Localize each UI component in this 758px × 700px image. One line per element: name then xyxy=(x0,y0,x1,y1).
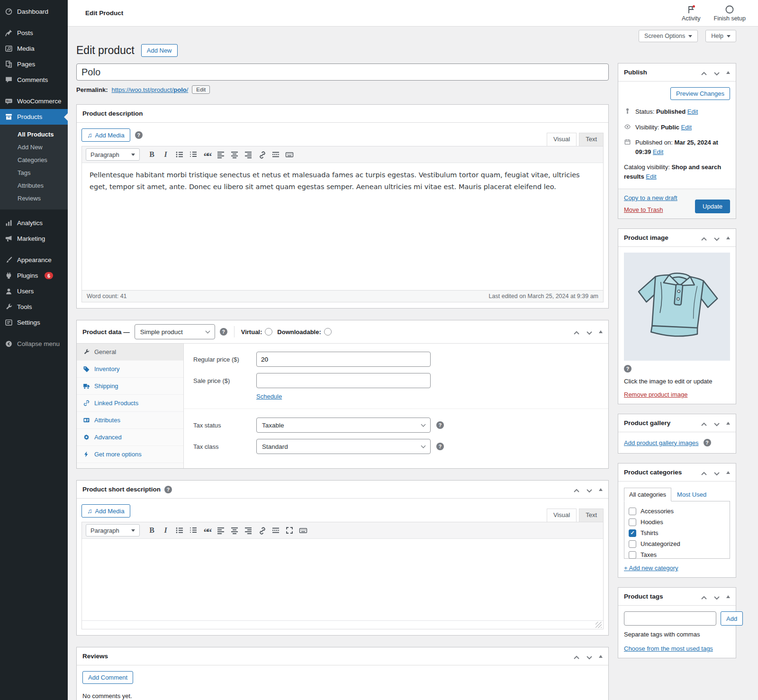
fullscreen-button[interactable] xyxy=(283,525,296,536)
submenu-all-products[interactable]: All Products xyxy=(0,128,68,141)
move-down-icon[interactable] xyxy=(586,487,593,492)
sidebar-item-plugins[interactable]: Plugins 6 xyxy=(0,268,68,283)
virtual-checkbox[interactable] xyxy=(265,328,272,336)
edit-catalog-link[interactable]: Edit xyxy=(646,173,656,180)
permalink-link[interactable]: https://woo.tst/product/polo/ xyxy=(111,86,188,93)
short-description-editor-area[interactable] xyxy=(82,539,603,620)
italic-button[interactable] xyxy=(159,525,172,536)
sidebar-item-analytics[interactable]: Analytics xyxy=(0,215,68,231)
move-down-icon[interactable] xyxy=(713,470,720,475)
product-image-thumbnail[interactable] xyxy=(624,253,730,361)
sidebar-item-comments[interactable]: Comments xyxy=(0,72,68,88)
add-media-button[interactable]: Add Media xyxy=(81,504,130,518)
permalink-edit-button[interactable]: Edit xyxy=(192,85,210,94)
blockquote-button[interactable] xyxy=(200,149,213,160)
submenu-categories[interactable]: Categories xyxy=(0,154,68,166)
tab-advanced[interactable]: Advanced xyxy=(77,429,183,446)
help-icon[interactable] xyxy=(135,131,143,139)
edit-visibility-link[interactable]: Edit xyxy=(681,124,692,131)
move-down-icon[interactable] xyxy=(713,421,720,426)
numbered-list-button[interactable] xyxy=(187,525,199,536)
finish-setup-button[interactable]: Finish setup xyxy=(714,5,746,22)
text-tab[interactable]: Text xyxy=(579,509,604,522)
move-up-icon[interactable] xyxy=(701,236,707,240)
product-type-select[interactable]: Simple product xyxy=(135,324,215,339)
collapse-toggle-icon[interactable] xyxy=(726,595,730,598)
help-icon[interactable] xyxy=(436,443,444,450)
link-button[interactable] xyxy=(255,525,268,536)
add-media-button[interactable]: Add Media xyxy=(81,128,130,142)
sidebar-item-settings[interactable]: Settings xyxy=(0,315,68,330)
add-comment-button[interactable]: Add Comment xyxy=(82,671,133,684)
category-checkbox[interactable] xyxy=(629,518,636,526)
tab-linked-products[interactable]: Linked Products xyxy=(77,395,183,412)
tax-class-select[interactable]: Standard xyxy=(256,439,431,454)
align-right-button[interactable] xyxy=(242,525,254,536)
category-checkbox[interactable] xyxy=(629,551,636,559)
help-icon[interactable] xyxy=(624,365,632,373)
sidebar-item-posts[interactable]: Posts xyxy=(0,25,68,41)
tags-input[interactable] xyxy=(624,611,716,626)
collapse-toggle-icon[interactable] xyxy=(726,236,730,239)
help-icon[interactable] xyxy=(220,328,227,336)
tab-attributes[interactable]: Attributes xyxy=(77,412,183,429)
category-checkbox[interactable] xyxy=(629,529,636,537)
sidebar-item-pages[interactable]: Pages xyxy=(0,56,68,72)
product-title-input[interactable] xyxy=(76,64,609,81)
move-up-icon[interactable] xyxy=(573,654,580,659)
move-up-icon[interactable] xyxy=(701,421,707,426)
paragraph-format-select[interactable]: Paragraph xyxy=(86,524,140,536)
align-left-button[interactable] xyxy=(214,525,227,536)
align-left-button[interactable] xyxy=(214,149,227,160)
edit-status-link[interactable]: Edit xyxy=(687,108,698,115)
tab-get-more-options[interactable]: Get more options xyxy=(77,446,183,463)
submenu-add-new[interactable]: Add New xyxy=(0,141,68,154)
tax-status-select[interactable]: Taxable xyxy=(256,418,431,433)
bold-button[interactable] xyxy=(145,149,158,160)
downloadable-checkbox[interactable] xyxy=(324,328,332,336)
choose-most-used-tags-link[interactable]: Choose from the most used tags xyxy=(624,645,713,652)
move-up-icon[interactable] xyxy=(573,487,580,492)
sidebar-item-appearance[interactable]: Appearance xyxy=(0,252,68,268)
edit-published-link[interactable]: Edit xyxy=(653,148,663,155)
submenu-tags[interactable]: Tags xyxy=(0,166,68,179)
tab-all-categories[interactable]: All categories xyxy=(624,488,671,501)
collapse-toggle-icon[interactable] xyxy=(599,488,603,491)
sidebar-item-marketing[interactable]: Marketing xyxy=(0,231,68,246)
text-tab[interactable]: Text xyxy=(579,133,604,146)
submenu-attributes[interactable]: Attributes xyxy=(0,179,68,192)
activity-button[interactable]: Activity xyxy=(682,5,701,22)
italic-button[interactable] xyxy=(159,149,172,160)
help-icon[interactable] xyxy=(164,486,172,493)
help-icon[interactable] xyxy=(436,421,444,429)
move-down-icon[interactable] xyxy=(586,654,593,659)
collapse-toggle-icon[interactable] xyxy=(726,422,730,425)
tab-inventory[interactable]: Inventory xyxy=(77,361,183,378)
submenu-reviews[interactable]: Reviews xyxy=(0,192,68,205)
align-center-button[interactable] xyxy=(228,525,241,536)
move-down-icon[interactable] xyxy=(713,236,720,240)
tab-general[interactable]: General xyxy=(77,344,183,361)
help-icon[interactable] xyxy=(704,439,711,446)
add-new-category-link[interactable]: + Add new category xyxy=(624,564,678,572)
tab-shipping[interactable]: Shipping xyxy=(77,378,183,395)
visual-tab[interactable]: Visual xyxy=(547,509,577,522)
remove-product-image-link[interactable]: Remove product image xyxy=(624,391,687,398)
align-center-button[interactable] xyxy=(228,149,241,160)
bullet-list-button[interactable] xyxy=(173,525,186,536)
move-down-icon[interactable] xyxy=(586,329,593,334)
sidebar-item-tools[interactable]: Tools xyxy=(0,299,68,315)
add-new-button[interactable]: Add New xyxy=(141,44,178,57)
tab-most-used[interactable]: Most Used xyxy=(671,488,712,501)
paragraph-format-select[interactable]: Paragraph xyxy=(86,148,140,161)
read-more-button[interactable] xyxy=(269,149,282,160)
help-button[interactable]: Help xyxy=(705,30,736,42)
sidebar-item-users[interactable]: Users xyxy=(0,283,68,299)
description-editor-area[interactable]: Pellentesque habitant morbi tristique se… xyxy=(82,163,603,290)
keyboard-shortcuts-button[interactable] xyxy=(297,525,309,536)
update-button[interactable]: Update xyxy=(695,200,730,213)
regular-price-input[interactable] xyxy=(256,352,431,367)
sidebar-item-dashboard[interactable]: Dashboard xyxy=(0,4,68,19)
sidebar-item-products[interactable]: Products xyxy=(0,109,68,125)
category-checkbox[interactable] xyxy=(629,508,636,515)
